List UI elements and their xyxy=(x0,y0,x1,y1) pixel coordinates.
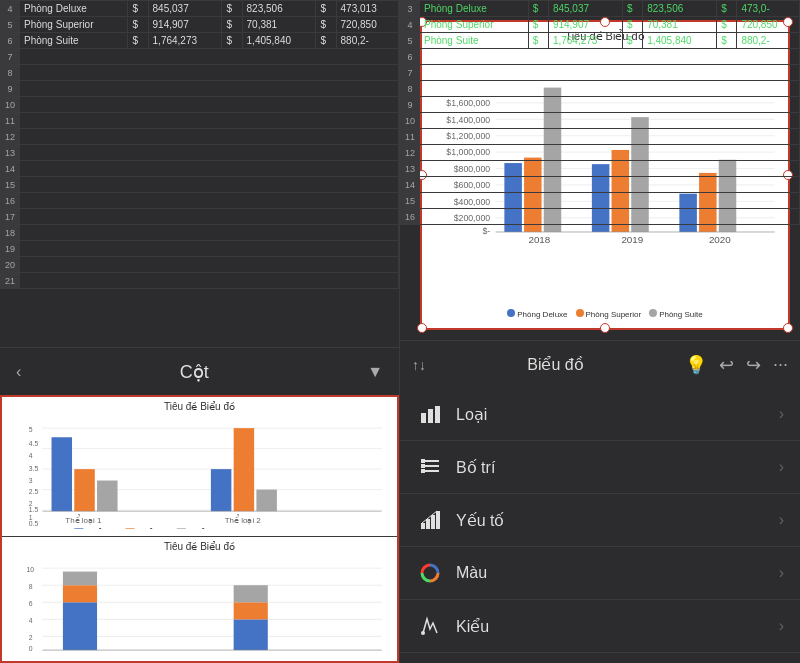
mau-icon xyxy=(416,559,444,587)
svg-text:2019: 2019 xyxy=(621,234,643,245)
svg-text:1.5: 1.5 xyxy=(29,506,39,513)
svg-text:3.5: 3.5 xyxy=(29,465,39,472)
svg-rect-47 xyxy=(234,585,268,602)
resize-handle-bl[interactable] xyxy=(417,323,427,333)
resize-handle-bm[interactable] xyxy=(600,323,610,333)
svg-text:2018: 2018 xyxy=(528,234,550,245)
menu-label-mau: Màu xyxy=(456,564,779,582)
right-tab-label: Biểu đồ xyxy=(527,355,583,374)
botri-icon xyxy=(416,453,444,481)
svg-rect-44 xyxy=(63,571,97,585)
left-tab-icon: ‹ xyxy=(16,363,21,381)
bulb-icon[interactable]: 💡 xyxy=(685,354,707,376)
svg-rect-46 xyxy=(234,602,268,619)
kieu-icon xyxy=(416,612,444,640)
svg-rect-42 xyxy=(63,602,97,650)
menu-item-kieu[interactable]: Kiểu › xyxy=(400,600,800,653)
svg-rect-90 xyxy=(426,519,430,529)
svg-rect-17 xyxy=(97,481,117,512)
svg-text:4.5: 4.5 xyxy=(29,440,39,447)
yeuto-icon xyxy=(416,506,444,534)
svg-rect-89 xyxy=(421,523,425,529)
svg-text:Thể loại 1: Thể loại 1 xyxy=(65,514,102,525)
svg-rect-20 xyxy=(256,490,276,512)
svg-rect-19 xyxy=(234,428,254,511)
chart1-svg: 5 4.5 4 3.5 3 2.5 2 1.5 1 0.5 xyxy=(6,414,393,529)
svg-text:3: 3 xyxy=(29,477,33,484)
resize-handle-br[interactable] xyxy=(783,323,793,333)
mau-chevron: › xyxy=(779,564,784,582)
svg-text:0.5: 0.5 xyxy=(29,520,39,527)
undo-icon[interactable]: ↩ xyxy=(719,354,734,376)
svg-rect-88 xyxy=(421,469,425,473)
left-bottom-tab[interactable]: ‹ Cột ▼ xyxy=(0,347,399,395)
menu-label-kieu: Kiểu xyxy=(456,617,779,636)
menu-item-loai[interactable]: Loại › xyxy=(400,388,800,441)
redo-icon[interactable]: ↪ xyxy=(746,354,761,376)
menu-label-yeuto: Yếu tố xyxy=(456,511,779,530)
loai-icon xyxy=(416,400,444,428)
more-icon[interactable]: ··· xyxy=(773,354,788,375)
svg-rect-86 xyxy=(421,459,425,463)
chart-legend: Phòng Deluxe Phòng Superior Phòng Suite xyxy=(430,309,780,319)
svg-rect-87 xyxy=(421,464,425,468)
right-spreadsheet: 3 Phòng Deluxe $ 845,037 $ 823,506 $ 473… xyxy=(400,0,800,340)
svg-rect-81 xyxy=(428,409,433,423)
chart-preview-2[interactable]: Tiêu đề Biểu đồ 10 8 6 4 2 0 xyxy=(2,537,397,663)
menu-item-yeuto[interactable]: Yếu tố › xyxy=(400,494,800,547)
svg-rect-82 xyxy=(435,406,440,423)
svg-rect-92 xyxy=(436,511,440,529)
svg-rect-16 xyxy=(74,469,94,511)
svg-text:Chuỗi1: Chuỗi1 xyxy=(86,528,108,529)
svg-text:4: 4 xyxy=(29,452,33,459)
svg-text:5: 5 xyxy=(29,426,33,433)
botri-chevron: › xyxy=(779,458,784,476)
left-tab-chevron: ▼ xyxy=(367,363,383,381)
svg-rect-43 xyxy=(63,585,97,602)
svg-rect-91 xyxy=(431,515,435,529)
yeuto-chevron: › xyxy=(779,511,784,529)
kieu-chevron: › xyxy=(779,617,784,635)
svg-text:8: 8 xyxy=(29,582,33,589)
svg-text:Thể loại 2: Thể loại 2 xyxy=(225,514,262,525)
menu-label-botri: Bố trí xyxy=(456,458,779,477)
svg-text:Chuỗi3: Chuỗi3 xyxy=(188,528,210,529)
menu-label-loai: Loại xyxy=(456,405,779,424)
menu-item-mau[interactable]: Màu › xyxy=(400,547,800,600)
right-panel: 3 Phòng Deluxe $ 845,037 $ 823,506 $ 473… xyxy=(400,0,800,663)
chart-preview-1[interactable]: Tiêu đề Biểu đồ 5 4.5 4 3.5 3 2.5 2 1.5 … xyxy=(2,397,397,537)
svg-rect-80 xyxy=(421,413,426,423)
svg-text:10: 10 xyxy=(26,565,34,572)
right-tab-icon-up: ↑↓ xyxy=(412,357,426,373)
svg-point-94 xyxy=(421,631,425,635)
tab-icon-group: 💡 ↩ ↪ ··· xyxy=(685,354,788,376)
left-panel: 4 Phòng Deluxe $ 845,037 $ 823,506 $ 473… xyxy=(0,0,400,663)
chart-previews-area: Tiêu đề Biểu đồ 5 4.5 4 3.5 3 2.5 2 1.5 … xyxy=(0,395,399,663)
svg-rect-45 xyxy=(234,619,268,650)
chart2-svg: 10 8 6 4 2 0 xyxy=(6,554,393,663)
svg-rect-15 xyxy=(52,437,72,511)
left-tab-label: Cột xyxy=(180,361,209,383)
menu-item-botri[interactable]: Bố trí › xyxy=(400,441,800,494)
svg-text:2.5: 2.5 xyxy=(29,488,39,495)
svg-text:2020: 2020 xyxy=(709,234,731,245)
svg-text:0: 0 xyxy=(29,645,33,652)
svg-text:4: 4 xyxy=(29,617,33,624)
left-spreadsheet: 4 Phòng Deluxe $ 845,037 $ 823,506 $ 473… xyxy=(0,0,399,347)
svg-rect-18 xyxy=(211,469,231,511)
right-bottom-tab[interactable]: ↑↓ Biểu đồ 💡 ↩ ↪ ··· xyxy=(400,340,800,388)
svg-text:2: 2 xyxy=(29,634,33,641)
settings-menu: Loại › Bố trí › xyxy=(400,388,800,663)
svg-text:$-: $- xyxy=(482,226,490,236)
svg-text:6: 6 xyxy=(29,600,33,607)
chart1-title: Tiêu đề Biểu đồ xyxy=(6,401,393,412)
loai-chevron: › xyxy=(779,405,784,423)
svg-text:Chuỗi2: Chuỗi2 xyxy=(137,528,159,529)
chart2-title: Tiêu đề Biểu đồ xyxy=(6,541,393,552)
